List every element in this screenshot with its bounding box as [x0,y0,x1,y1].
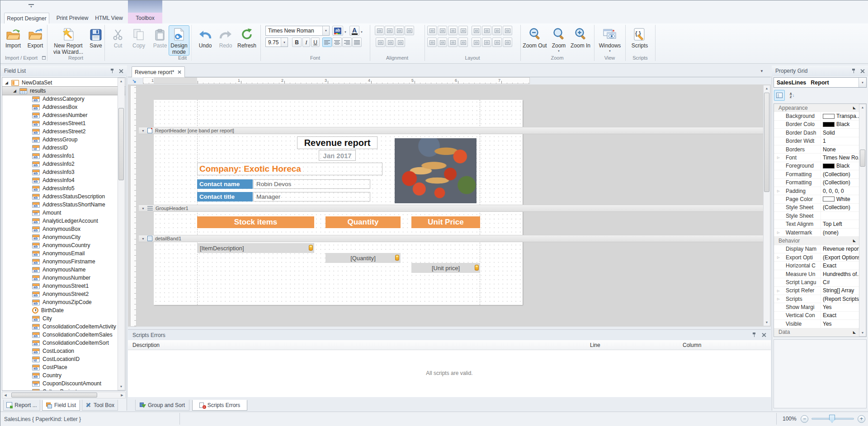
property-value[interactable]: Transpa... [821,112,859,120]
export-button[interactable]: Export [25,25,46,49]
column-header-stock-items[interactable]: Stock items [197,216,314,228]
design-mode-button[interactable]: Designmode [169,25,189,56]
align-tool-button[interactable] [385,26,394,35]
property-value[interactable]: Hundredths of... [821,270,859,278]
field-list-item[interactable]: ◢ AddressInfo5 [2,184,125,192]
property-value[interactable]: (Export Options) [821,253,859,261]
paste-button[interactable]: Paste [151,25,170,49]
property-value[interactable]: Yes [821,320,859,328]
tab-group-and-sort[interactable]: Group and Sort [135,400,189,411]
property-row[interactable]: Script Langu C# [774,278,859,286]
categorized-view-button[interactable] [774,90,785,101]
tree-expander-icon[interactable]: ◢ [5,80,11,85]
tab-html-view[interactable]: HTML View [94,13,124,23]
close-icon[interactable] [119,69,123,74]
layout-tool-button[interactable] [438,37,447,47]
field-list-item[interactable]: ◢ AnonymousBox [2,225,125,233]
chevron-down-icon[interactable]: ▼ [281,38,288,47]
property-value[interactable]: (none) [821,229,859,236]
layout-tool-button[interactable] [458,26,468,35]
detail-cell-unit-price[interactable]: [Unit price] [411,263,480,273]
undo-button[interactable]: Undo [195,25,216,49]
tab-toolbox[interactable]: Toolbox [128,13,162,23]
scroll-down-icon[interactable]: ▼ [859,330,866,336]
field-list-item[interactable]: ◢ results [2,87,125,95]
property-row[interactable]: Borders None [774,145,859,154]
property-value[interactable]: White [821,195,859,203]
field-list-item[interactable]: ◢ AddressStatusDescription [2,192,125,201]
align-tool-button[interactable] [395,26,404,35]
tab-scripts-errors[interactable]: × Scripts Errors [192,400,247,411]
import-button[interactable]: Import [2,25,24,49]
property-row[interactable]: Visible Yes [774,320,859,328]
layout-tool-button[interactable] [482,26,491,35]
column-description[interactable]: Description [132,342,160,348]
field-list-item[interactable]: ◢ CouponDiscountAmount [2,379,125,388]
band-group-header[interactable]: ▼ GroupHeader1 [139,205,770,212]
property-value[interactable]: Black [821,121,859,128]
property-row[interactable]: Script Refer String[] Array [774,287,859,295]
pin-icon[interactable] [851,69,856,74]
zoom-in-button[interactable]: Zoom In [569,25,592,49]
bold-button[interactable]: B [292,37,302,47]
layout-tool-button[interactable] [438,26,447,35]
field-list-item[interactable]: ◢ AnonymousStreet1 [2,282,125,290]
zoom-decrease-button[interactable]: − [801,415,808,423]
tree-expander-icon[interactable]: ◢ [13,89,19,93]
save-button[interactable]: Save [86,25,105,49]
align-tool-button[interactable] [405,26,414,35]
detail-cell-quantity[interactable]: [Quantity] [326,253,401,263]
layout-tool-button[interactable] [472,37,481,47]
field-list-horizontal-scrollbar[interactable]: ◀ ▶ [2,392,126,398]
property-row[interactable]: Formatting (Collection) [774,170,859,178]
field-list-item[interactable]: ◢ AddressesNumber [2,111,125,119]
field-list-item[interactable]: ◢ CultureProject [2,388,125,391]
close-icon[interactable] [762,332,766,337]
field-list-item[interactable]: ◢ AddressInfo1 [2,152,125,160]
scroll-down-icon[interactable]: ▼ [118,384,124,390]
scroll-up-icon[interactable]: ▲ [118,78,124,84]
column-header-unit-price[interactable]: Unit Price [411,216,480,228]
layout-tool-button[interactable] [503,37,512,47]
align-right-button[interactable] [342,37,352,47]
tab-field-list[interactable]: Field List [42,400,80,411]
field-list-item[interactable]: ◢ AddressCategory [2,95,125,103]
scripts-button[interactable]: { } Scripts [629,25,651,49]
select-report-corner-icon[interactable]: ↘ [132,78,136,84]
band-detail[interactable]: ▼ detailBand1 [139,235,770,242]
property-value[interactable]: C# [821,278,859,286]
property-row[interactable]: Behavior [774,237,859,245]
column-header-quantity[interactable]: Quantity [326,216,401,228]
property-row[interactable]: Scripts (Report Scripts) [774,295,859,303]
report-title-textbox[interactable]: Revenue report [297,136,377,149]
property-value[interactable]: 1 [821,137,859,145]
property-value[interactable]: Black [821,162,859,170]
align-center-button[interactable] [332,37,342,47]
field-list-item[interactable]: ◢ NewDataSet [2,79,125,87]
field-list-item[interactable]: ◢ Country [2,371,125,379]
column-column[interactable]: Column [683,342,701,348]
field-list-item[interactable]: ◢ AddressInfo2 [2,160,125,168]
property-row[interactable]: Border Widt 1 [774,137,859,145]
property-value[interactable]: Yes [821,303,859,311]
field-list-item[interactable]: ◢ AnonymousEmail [2,249,125,257]
field-list-item[interactable]: ◢ AddressesStreet1 [2,119,125,127]
scroll-left-icon[interactable]: ◀ [2,392,9,398]
layout-tool-button[interactable] [458,37,468,47]
field-list-vertical-scrollbar[interactable]: ▲ ▼ [118,78,125,390]
field-list-item[interactable]: ◢ ConsolidationCodeItemActivity [2,323,125,331]
field-list-item[interactable]: ◢ AddressID [2,144,125,152]
align-tool-button[interactable] [375,26,384,35]
property-grid-scrollbar[interactable]: ▲ ▼ [859,104,866,337]
scrollbar-thumb[interactable] [764,93,769,192]
tab-report-designer[interactable]: Report Designer [4,13,49,23]
copy-button[interactable]: Copy [129,25,149,49]
zoom-out-button[interactable]: Zoom Out [522,25,547,49]
property-row[interactable]: Style Sheet [774,212,859,220]
field-list-item[interactable]: ◢ AnalyticLedgerAccount [2,217,125,225]
report-photo[interactable] [395,138,476,203]
design-vertical-scrollbar[interactable]: ▲ ▼ [763,85,770,326]
property-row[interactable]: Data [774,328,859,337]
chevron-down-icon[interactable]: ▼ [859,78,866,87]
field-list-item[interactable]: ◢ AnonymousStreet2 [2,290,125,298]
